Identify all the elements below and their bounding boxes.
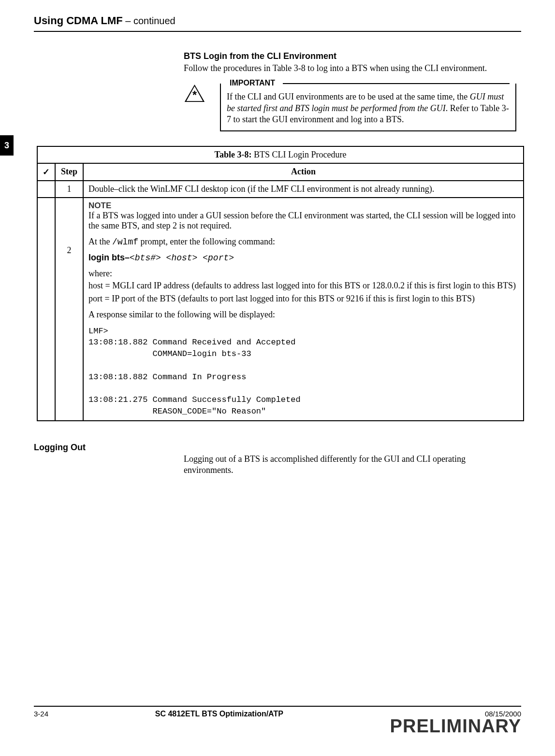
- login-bold: login bts–: [88, 253, 130, 262]
- col-step: Step: [55, 163, 83, 181]
- login-ital: <bts#> <host> <port>: [130, 253, 234, 263]
- response-block: LMF> 13:08:18.882 Command Received and A…: [88, 326, 518, 417]
- at-prompt-line: At the /wlmf prompt, enter the following…: [88, 237, 518, 247]
- note-label: NOTE: [88, 201, 518, 211]
- footer-page-number: 3-24: [34, 710, 48, 718]
- procedure-table: Table 3-8: BTS CLI Login Procedure ✓ Ste…: [37, 146, 524, 421]
- logging-out-heading: Logging Out: [34, 442, 521, 453]
- port-desc: port = IP port of the BTS (defaults to p…: [88, 294, 518, 304]
- page-footer: 3-24 SC 4812ETL BTS Optimization/ATP 08/…: [34, 706, 521, 737]
- bts-login-heading: BTS Login from the CLI Environment: [184, 51, 516, 61]
- logging-out-section: Logging Out Logging out of a BTS is acco…: [34, 442, 521, 476]
- header-title-main: Using CDMA LMF: [34, 14, 123, 27]
- important-label: IMPORTANT: [226, 79, 279, 87]
- table-title-bold: Table 3-8:: [215, 150, 252, 159]
- important-callout: * IMPORTANT If the CLI and GUI environme…: [184, 84, 516, 131]
- header-title-cont: – continued: [123, 15, 175, 26]
- important-star-icon: *: [184, 84, 205, 103]
- table-title-row: Table 3-8: BTS CLI Login Procedure: [37, 146, 524, 163]
- important-text: If the CLI and GUI environments are to b…: [227, 91, 510, 125]
- svg-text:*: *: [192, 89, 197, 101]
- where-label: where:: [88, 269, 518, 279]
- chapter-tab: 3: [0, 135, 14, 156]
- check-cell: [37, 198, 55, 421]
- check-cell: [37, 181, 55, 198]
- action-cell: Double–click the WinLMF CLI desktop icon…: [83, 181, 524, 198]
- col-check: ✓: [37, 163, 55, 181]
- page-header: Using CDMA LMF – continued: [34, 14, 521, 32]
- table-row: 1 Double–click the WinLMF CLI desktop ic…: [37, 181, 524, 198]
- action-cell: NOTE If a BTS was logged into under a GU…: [83, 198, 524, 421]
- step-cell: 1: [55, 181, 83, 198]
- login-command: login bts–<bts#> <host> <port>: [88, 253, 518, 263]
- footer-center: SC 4812ETL BTS Optimization/ATP: [155, 710, 283, 718]
- important-text-pre: If the CLI and GUI environments are to b…: [227, 92, 470, 101]
- important-rule: [283, 83, 510, 84]
- at-mono: /wlmf: [112, 237, 138, 247]
- at-pre: At the: [88, 237, 112, 246]
- table-header-row: ✓ Step Action: [37, 163, 524, 181]
- bts-login-intro: Follow the procedures in Table 3-8 to lo…: [184, 63, 516, 74]
- table-title-rest: BTS CLI Login Procedure: [251, 150, 346, 159]
- footer-watermark: PRELIMINARY: [390, 716, 521, 737]
- col-action: Action: [83, 163, 524, 181]
- logging-out-para: Logging out of a BTS is accomplished dif…: [184, 454, 507, 476]
- at-post: prompt, enter the following command:: [138, 237, 275, 246]
- table-row: 2 NOTE If a BTS was logged into under a …: [37, 198, 524, 421]
- note-text: If a BTS was logged into under a GUI ses…: [88, 211, 518, 231]
- response-intro: A response similar to the following will…: [88, 310, 518, 320]
- step-cell: 2: [55, 198, 83, 421]
- host-desc: host = MGLI card IP address (defaults to…: [88, 281, 518, 291]
